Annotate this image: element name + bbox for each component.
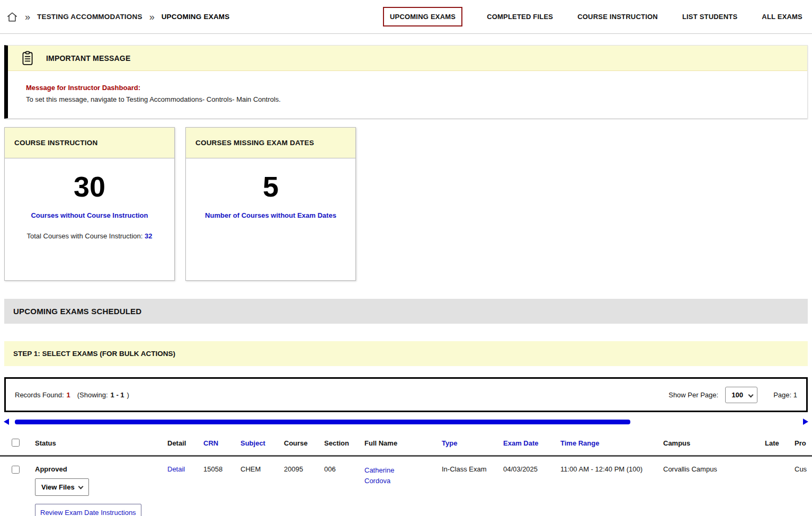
stat-cards: COURSE INSTRUCTION 30 Courses without Co… <box>4 127 808 281</box>
step1-title: STEP 1: SELECT EXAMS (FOR BULK ACTIONS) <box>13 350 175 358</box>
clipboard-icon <box>21 51 34 66</box>
scroll-right-arrow-icon[interactable] <box>803 419 808 425</box>
main-nav: UPCOMING EXAMS COMPLETED FILES COURSE IN… <box>383 7 802 26</box>
upcoming-exams-scheduled-title: UPCOMING EXAMS SCHEDULED <box>13 307 141 316</box>
nav-item-completed-files[interactable]: COMPLETED FILES <box>487 13 553 21</box>
header-checkbox-cell <box>11 438 35 448</box>
important-message-title: IMPORTANT MESSAGE <box>46 54 130 63</box>
h-scrollbar <box>0 419 812 425</box>
column-header-campus: Campus <box>663 439 765 447</box>
per-page-select[interactable]: 100 <box>725 387 757 403</box>
type-cell: In-Class Exam <box>442 465 503 473</box>
breadcrumb-separator-icon: » <box>149 12 155 22</box>
show-per-page-label: Show Per Page: <box>668 391 718 399</box>
records-toolbar: Records Found: 1 (Showing: 1 - 1 ) Show … <box>4 377 808 412</box>
row-select-checkbox[interactable] <box>12 466 20 474</box>
exam-date-cell: 04/03/2025 <box>503 465 560 473</box>
table-row: Approved View Files Review Exam Date Ins… <box>0 457 812 516</box>
column-header-type[interactable]: Type <box>442 439 503 447</box>
select-all-checkbox[interactable] <box>12 439 20 447</box>
table-header-row: Status Detail CRN Subject Course Section… <box>0 430 812 457</box>
showing-range: 1 - 1 <box>111 391 124 399</box>
pro-cell: Cus <box>795 465 812 473</box>
student-name-link[interactable]: Catherine Cordova <box>364 465 408 486</box>
nav-item-list-students[interactable]: LIST STUDENTS <box>682 13 737 21</box>
subject-cell: CHEM <box>240 465 284 473</box>
missing-exam-dates-card-body: 5 Number of Courses without Exam Dates <box>186 158 355 219</box>
breadcrumb-item-testing-accommodations[interactable]: TESTING ACCOMMODATIONS <box>37 13 142 21</box>
column-header-pro: Pro <box>795 439 812 447</box>
column-header-subject[interactable]: Subject <box>240 439 284 447</box>
detail-link[interactable]: Detail <box>167 465 185 473</box>
pagination-controls: Show Per Page: 100 Page: 1 <box>668 387 797 403</box>
records-found-count: 1 <box>67 391 70 399</box>
home-icon[interactable] <box>6 11 18 23</box>
important-message-body: Message for Instructor Dashboard: To set… <box>8 71 807 118</box>
status-cell: Approved View Files Review Exam Date Ins… <box>35 465 167 516</box>
row-checkbox-cell <box>11 465 35 475</box>
total-courses-footer: Total Courses with Course Instruction: 3… <box>5 232 174 240</box>
campus-cell: Corvallis Campus <box>663 465 765 473</box>
message-heading: Message for Instructor Dashboard: <box>26 84 799 92</box>
detail-cell: Detail <box>167 465 203 473</box>
upcoming-exams-scheduled-bar: UPCOMING EXAMS SCHEDULED <box>4 299 808 324</box>
course-cell: 20095 <box>284 465 324 473</box>
course-instruction-card-header: COURSE INSTRUCTION <box>5 128 174 158</box>
column-header-detail: Detail <box>167 439 203 447</box>
column-header-crn[interactable]: CRN <box>203 439 240 447</box>
breadcrumb-separator-icon: » <box>25 12 30 22</box>
breadcrumb: » TESTING ACCOMMODATIONS » UPCOMING EXAM… <box>6 11 229 23</box>
crn-cell: 15058 <box>203 465 240 473</box>
total-courses-label: Total Courses with Course Instruction: <box>26 232 145 240</box>
step1-bar: STEP 1: SELECT EXAMS (FOR BULK ACTIONS) <box>4 341 808 366</box>
page-indicator: Page: 1 <box>773 391 797 399</box>
time-range-cell: 11:00 AM - 12:40 PM (100) <box>560 465 663 473</box>
showing-prefix: (Showing: <box>77 391 108 399</box>
section-cell: 006 <box>324 465 364 473</box>
view-files-button[interactable]: View Files <box>35 478 89 496</box>
course-instruction-card-body: 30 Courses without Course Instruction To… <box>5 158 174 240</box>
courses-missing-exam-dates-count: 5 <box>186 169 355 205</box>
card-title: COURSE INSTRUCTION <box>14 139 97 147</box>
nav-item-course-instruction[interactable]: COURSE INSTRUCTION <box>577 13 658 21</box>
courses-without-exam-dates-link[interactable]: Number of Courses without Exam Dates <box>186 211 355 219</box>
scroll-left-arrow-icon[interactable] <box>4 419 9 425</box>
card-title: COURSES MISSING EXAM DATES <box>195 139 314 147</box>
important-message-panel: IMPORTANT MESSAGE Message for Instructor… <box>4 45 808 119</box>
important-message-header: IMPORTANT MESSAGE <box>8 46 807 71</box>
full-name-cell: Catherine Cordova <box>364 465 442 486</box>
course-instruction-card: COURSE INSTRUCTION 30 Courses without Co… <box>4 127 175 281</box>
message-text: To set this message, navigate to Testing… <box>26 95 799 103</box>
column-header-late: Late <box>765 439 795 447</box>
scrollbar-thumb[interactable] <box>15 420 630 424</box>
per-page-select-wrap: 100 <box>725 387 757 403</box>
exams-table: Status Detail CRN Subject Course Section… <box>0 430 812 516</box>
total-courses-value[interactable]: 32 <box>145 232 152 240</box>
missing-exam-dates-card: COURSES MISSING EXAM DATES 5 Number of C… <box>185 127 356 281</box>
column-header-full-name: Full Name <box>364 439 442 447</box>
column-header-time-range[interactable]: Time Range <box>560 439 663 447</box>
column-header-section: Section <box>324 439 364 447</box>
nav-item-upcoming-exams[interactable]: UPCOMING EXAMS <box>383 7 462 26</box>
view-files-label: View Files <box>41 483 75 491</box>
showing-suffix: ) <box>127 391 129 399</box>
column-header-status: Status <box>35 439 167 447</box>
courses-without-instruction-link[interactable]: Courses without Course Instruction <box>5 211 174 219</box>
breadcrumb-item-upcoming-exams: UPCOMING EXAMS <box>162 13 230 21</box>
records-found-text: Records Found: 1 (Showing: 1 - 1 ) <box>15 391 129 399</box>
missing-exam-dates-card-header: COURSES MISSING EXAM DATES <box>186 128 355 158</box>
top-nav: » TESTING ACCOMMODATIONS » UPCOMING EXAM… <box>0 0 812 34</box>
courses-without-instruction-count: 30 <box>5 169 174 205</box>
column-header-course: Course <box>284 439 324 447</box>
column-header-exam-date[interactable]: Exam Date <box>503 439 560 447</box>
review-exam-date-instructions-button[interactable]: Review Exam Date Instructions <box>35 504 141 516</box>
nav-item-all-exams[interactable]: ALL EXAMS <box>762 13 802 21</box>
records-found-label: Records Found: <box>15 391 64 399</box>
chevron-down-icon <box>78 484 83 490</box>
status-badge: Approved <box>35 465 163 473</box>
